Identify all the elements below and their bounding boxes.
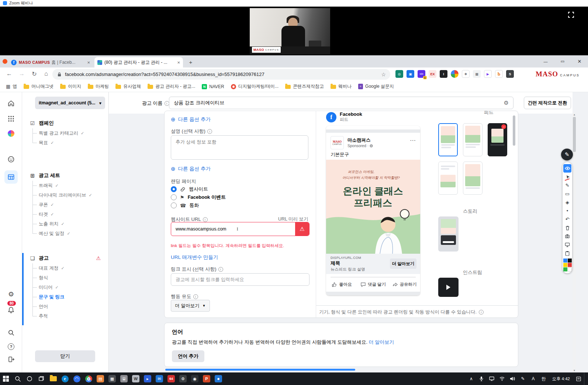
eraser-icon[interactable]: ◈ xyxy=(563,198,571,207)
extension-icon[interactable] xyxy=(451,70,459,78)
help-icon[interactable]: ? xyxy=(7,342,15,351)
apps-menu-icon[interactable] xyxy=(7,114,15,123)
nav-item[interactable]: 예산 및 일정✓ xyxy=(33,229,109,238)
notification-center-icon[interactable] xyxy=(574,372,583,385)
microphone-icon[interactable] xyxy=(477,372,486,385)
landing-option-website[interactable]: 웹사이트 xyxy=(171,185,208,193)
info-icon[interactable] xyxy=(207,129,212,134)
extension-icon[interactable]: ❖ xyxy=(462,70,470,78)
tab-ads-manager[interactable]: (80) 광고 관리자 - 광고 관리 - ... × xyxy=(94,57,183,67)
bookmark-apps[interactable]: ▦앱 xyxy=(6,83,17,90)
feed-variant-thumbnail[interactable] xyxy=(438,162,458,195)
bookmark-item[interactable]: 마케팅 xyxy=(88,83,109,90)
color-swatch-red[interactable] xyxy=(568,263,572,267)
task-view-icon[interactable] xyxy=(35,372,47,385)
display-link-input[interactable] xyxy=(171,273,309,286)
app-icon[interactable]: ⌸ xyxy=(118,372,130,385)
settings-gear-icon[interactable]: ⚙ xyxy=(7,290,15,299)
quick-create-switch-button[interactable]: 간편 제작으로 전환 xyxy=(524,97,571,109)
bookmark-item[interactable]: 콘텐즈제작참고 xyxy=(285,83,324,90)
nav-item[interactable]: 쿠폰✓ xyxy=(33,200,109,209)
info-icon[interactable] xyxy=(479,310,484,315)
home-icon[interactable] xyxy=(7,99,15,108)
extension-icon[interactable]: I xyxy=(440,70,447,78)
nav-item[interactable]: 언어 xyxy=(33,302,109,311)
like-button[interactable]: 좋아요 xyxy=(326,277,357,291)
info-icon[interactable] xyxy=(218,267,223,272)
extension-icon[interactable]: ▣ xyxy=(407,70,414,78)
nav-item[interactable]: 노출 위치✓ xyxy=(33,219,109,229)
info-icon[interactable] xyxy=(165,101,169,106)
bookmark-item[interactable]: 머니매그넷 xyxy=(24,83,53,90)
feedback-icon[interactable] xyxy=(7,155,15,164)
cta-button[interactable]: 더 알아보기 xyxy=(390,259,416,269)
close-button[interactable]: 닫기 xyxy=(35,350,95,362)
clipboard-icon[interactable] xyxy=(563,249,571,257)
language-indicator[interactable]: 한 xyxy=(539,372,548,385)
settings-icon[interactable]: ⚙ xyxy=(177,372,189,385)
file-explorer-icon[interactable] xyxy=(47,372,59,385)
nav-item-text-links[interactable]: 문구 및 링크 xyxy=(33,292,109,302)
extension-icon[interactable]: S xyxy=(506,70,514,78)
mail-icon[interactable]: ✉ xyxy=(153,372,165,385)
network-icon[interactable] xyxy=(497,372,507,385)
color-swatch-white[interactable] xyxy=(568,267,572,271)
dot-icon[interactable]: • xyxy=(563,207,571,215)
cortana-icon[interactable] xyxy=(24,372,35,385)
undo-icon[interactable]: ↶ xyxy=(563,215,571,223)
scroll-down-icon[interactable]: ▼ xyxy=(573,369,576,372)
extension-icon[interactable]: ▦ xyxy=(473,70,481,78)
radio-icon[interactable] xyxy=(171,202,177,208)
landing-option-call[interactable]: ☎ 통화 xyxy=(171,202,199,209)
more-options-icon[interactable]: ⋯ xyxy=(410,137,416,144)
feed-variant-thumbnail[interactable] xyxy=(438,123,458,156)
extension-icon[interactable]: ▶ xyxy=(484,70,492,78)
reload-button-icon[interactable]: ↻ xyxy=(30,70,38,77)
trash-icon[interactable] xyxy=(563,223,571,232)
url-bar[interactable]: facebook.com/adsmanager/creation?act=557… xyxy=(52,69,390,80)
nav-item[interactable]: 다이내믹 크리에이티브✓ xyxy=(33,190,109,200)
camera-app-icon[interactable]: ⏺ xyxy=(212,372,224,385)
add-option-link[interactable]: ⊕ 다른 옵션 추가 xyxy=(171,166,211,172)
ad-account-selector[interactable]: itmagnet_ad_account (5... ▾ xyxy=(35,97,105,109)
extension-icon[interactable]: b xyxy=(495,70,503,78)
epic-pen-button[interactable]: ✎ xyxy=(561,149,573,160)
screenshot-icon[interactable] xyxy=(563,232,571,240)
bookmark-item[interactable]: 이미지 xyxy=(60,83,81,90)
taskbar-search-icon[interactable] xyxy=(12,372,24,385)
location-app-icon[interactable]: ◉ xyxy=(189,372,201,385)
extension-icon[interactable]: ◎ xyxy=(395,70,403,78)
nav-item[interactable]: 특별 광고 카테고리✓ xyxy=(33,128,109,138)
bookmark-item[interactable]: 웨비나 xyxy=(331,83,352,90)
start-button[interactable] xyxy=(0,372,12,385)
window-maximize-button[interactable]: ▭ xyxy=(554,55,571,67)
add-language-button[interactable]: 언어 추가 xyxy=(172,350,204,362)
speaker-icon[interactable] xyxy=(508,372,517,385)
tab-close-icon[interactable]: × xyxy=(177,60,180,65)
tray-expand-icon[interactable]: ∧ xyxy=(466,372,476,385)
notifications-bell-icon[interactable] xyxy=(7,305,15,314)
rectangle-tool-icon[interactable]: ▭ xyxy=(563,190,571,198)
nav-campaign[interactable]: ☑ 캠페인 xyxy=(22,118,109,128)
display-icon[interactable] xyxy=(487,372,497,385)
share-button[interactable]: 공유하기 xyxy=(389,277,420,291)
clock[interactable]: 오후 4:42 xyxy=(549,376,573,382)
extension-icon[interactable]: </>1 xyxy=(418,70,425,78)
pen-icon[interactable]: ✎ xyxy=(563,181,571,190)
search-icon[interactable] xyxy=(7,328,15,337)
bookmark-item[interactable]: 유사업체 xyxy=(115,83,141,90)
ime-mode[interactable]: A xyxy=(528,372,538,385)
nav-adset[interactable]: ⊞ 광고 세트 xyxy=(22,170,109,181)
bookmark-item[interactable]: 디지털마케팅/데이... xyxy=(231,83,279,90)
info-icon[interactable] xyxy=(203,217,208,222)
app-64-icon[interactable]: 64 xyxy=(165,372,177,385)
instream-preview-thumbnail[interactable] xyxy=(438,278,459,297)
url-parameters-link[interactable]: URL 매개변수 만들기 xyxy=(171,254,218,261)
new-tab-button[interactable]: + xyxy=(187,58,195,66)
chrome-icon[interactable] xyxy=(83,372,94,385)
nav-item[interactable]: 대표 계정✓ xyxy=(33,263,109,273)
app-icon[interactable]: ▤ xyxy=(94,372,106,385)
description-input[interactable] xyxy=(171,135,308,160)
ads-manager-icon[interactable] xyxy=(4,170,18,184)
nav-item[interactable]: 미디어✓ xyxy=(33,282,109,292)
